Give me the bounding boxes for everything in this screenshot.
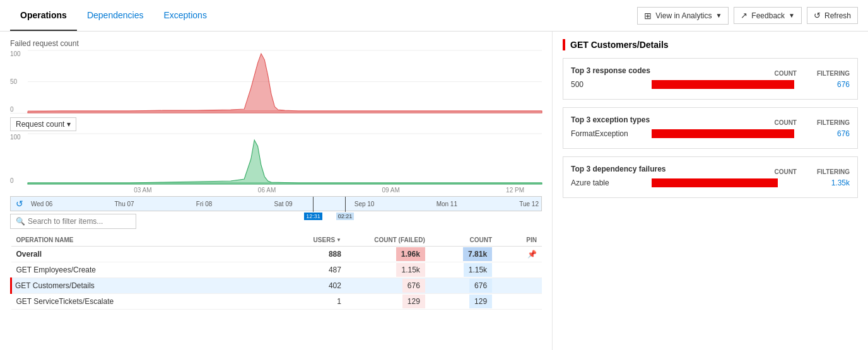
row-name: GET ServiceTickets/Escalate [11, 294, 291, 310]
exception-types-panel: Top 3 exception types COUNT FILTERING Fo… [563, 107, 858, 149]
dropdown-label: Request count [16, 120, 64, 129]
marker2-badge: 02:21 [336, 213, 355, 220]
date-range-bar: ↺ Wed 06 Thu 07 Fri 08 Sat 09 Sep 10 Mon… [10, 196, 542, 211]
chart2-y-labels: 100 0 [10, 134, 28, 184]
col-header-count: COUNT [430, 234, 497, 247]
search-input[interactable] [28, 217, 131, 226]
response-codes-title: Top 3 response codes [571, 66, 650, 75]
grid-icon: ⊞ [644, 11, 652, 21]
tab-dependencies[interactable]: Dependencies [77, 0, 154, 31]
red-bar-indicator [563, 39, 565, 50]
row-count: 1.15k [430, 262, 497, 278]
main-layout: Failed request count 100 50 0 Request co… [0, 32, 868, 350]
feedback-button[interactable]: ↗ Feedback ▼ [734, 7, 802, 24]
col-filtering-label3: FILTERING [817, 168, 850, 175]
selected-operation-name: GET Customers/Details [570, 40, 669, 50]
date-label-sep10: Sep 10 [355, 201, 375, 207]
table-row[interactable]: GET ServiceTickets/Escalate 1 129 129 [11, 294, 542, 310]
request-count-dropdown[interactable]: Request count ▾ [10, 117, 76, 131]
failed-request-title: Failed request count [10, 39, 542, 48]
row-users: 1 [290, 294, 346, 310]
dependency-failure-bar [652, 178, 778, 187]
request-chart-svg [28, 134, 542, 184]
tab-operations[interactable]: Operations [10, 0, 77, 31]
request-count-chart: 100 0 [10, 134, 542, 184]
feedback-icon: ↗ [741, 11, 748, 20]
feedback-label: Feedback [751, 11, 785, 20]
search-icon: 🔍 [16, 217, 25, 226]
dependency-failure-bar-container [652, 178, 819, 187]
row-pin[interactable] [497, 262, 542, 278]
failed-chart-svg [28, 50, 542, 113]
date-label-sat: Sat 09 [274, 201, 293, 207]
row-users: 402 [290, 278, 346, 294]
tab-exceptions[interactable]: Exceptions [153, 0, 216, 31]
left-panel: Failed request count 100 50 0 Request co… [0, 32, 553, 350]
response-code-row: 500 676 [571, 80, 850, 89]
analytics-label: View in Analytics [655, 11, 712, 20]
date-label-mon: Mon 11 [437, 201, 457, 207]
feedback-dropdown-arrow: ▼ [789, 12, 795, 19]
response-code-bar [652, 80, 794, 89]
response-code-count: 676 [824, 80, 850, 89]
col-header-users: USERS ▼ [290, 234, 346, 247]
col-header-name: OPERATION NAME [11, 234, 291, 247]
right-panel: GET Customers/Details Top 3 response cod… [553, 32, 868, 350]
dependency-failures-title: Top 3 dependency failures [571, 165, 666, 173]
operations-table: OPERATION NAME USERS ▼ COUNT (FAILED) CO… [10, 234, 542, 310]
table-row[interactable]: GET Customers/Details 402 676 676 [11, 278, 542, 294]
col-filtering-label2: FILTERING [817, 119, 850, 126]
row-pin[interactable] [497, 294, 542, 310]
dependency-failures-panel: Top 3 dependency failures COUNT FILTERIN… [563, 156, 858, 198]
dependency-failure-row: Azure table 1.35k [571, 178, 850, 187]
refresh-icon: ↺ [814, 11, 821, 20]
exception-type-count: 676 [824, 129, 850, 138]
table-row[interactable]: Overall 888 1.96k 7.81k 📌 [11, 247, 542, 262]
row-count: 7.81k [430, 247, 497, 262]
col-filtering-label: FILTERING [817, 70, 850, 77]
selected-operation-header: GET Customers/Details [563, 39, 858, 50]
row-name: GET Employees/Create [11, 262, 291, 278]
analytics-dropdown-arrow: ▼ [715, 12, 722, 19]
row-users: 487 [290, 262, 346, 278]
refresh-label: Refresh [824, 11, 851, 20]
date-label-thu: Thu 07 [115, 201, 134, 207]
date-label-wed: Wed 06 [31, 201, 52, 207]
row-count-failed: 1.15k [346, 262, 430, 278]
response-code-bar-container [652, 80, 819, 89]
table-row[interactable]: GET Employees/Create 487 1.15k 1.15k [11, 262, 542, 278]
refresh-button[interactable]: ↺ Refresh [807, 7, 858, 24]
search-box[interactable]: 🔍 [10, 214, 136, 229]
row-pin[interactable] [497, 278, 542, 294]
row-count-failed: 676 [346, 278, 430, 294]
response-code-label: 500 [571, 80, 647, 89]
col-count-label3: COUNT [774, 168, 797, 175]
exception-type-label: FormatException [571, 129, 647, 138]
col-count-label: COUNT [774, 70, 797, 77]
row-count: 129 [430, 294, 497, 310]
col-header-pin: PIN [497, 234, 542, 247]
toolbar: Operations Dependencies Exceptions ⊞ Vie… [0, 0, 868, 32]
row-count-failed: 1.96k [346, 247, 430, 262]
toolbar-actions: ⊞ View in Analytics ▼ ↗ Feedback ▼ ↺ Ref… [637, 7, 858, 25]
row-users: 888 [290, 247, 346, 262]
chart1-y-labels: 100 50 0 [10, 50, 28, 113]
time-axis: 03 AM 06 AM 09 AM 12 PM [10, 187, 542, 194]
exception-type-bar [652, 129, 794, 138]
dropdown-icon: ▾ [67, 120, 71, 129]
exception-types-title: Top 3 exception types [571, 115, 650, 124]
response-codes-panel: Top 3 response codes COUNT FILTERING 500… [563, 58, 858, 100]
row-pin[interactable]: 📌 [497, 247, 542, 262]
col-count-label2: COUNT [774, 119, 797, 126]
marker1-badge: 12:31 [304, 213, 322, 220]
col-header-count-failed: COUNT (FAILED) [346, 234, 430, 247]
dependency-failure-count: 1.35k [824, 178, 850, 187]
date-label-fri: Fri 08 [196, 201, 213, 207]
exception-type-bar-container [652, 129, 819, 138]
dependency-failure-label: Azure table [571, 178, 647, 187]
date-label-tue: Tue 12 [519, 201, 539, 207]
timeline-refresh-icon[interactable]: ↺ [11, 199, 28, 209]
row-count: 676 [430, 278, 497, 294]
analytics-button[interactable]: ⊞ View in Analytics ▼ [637, 7, 729, 25]
failed-request-chart: 100 50 0 [10, 50, 542, 114]
